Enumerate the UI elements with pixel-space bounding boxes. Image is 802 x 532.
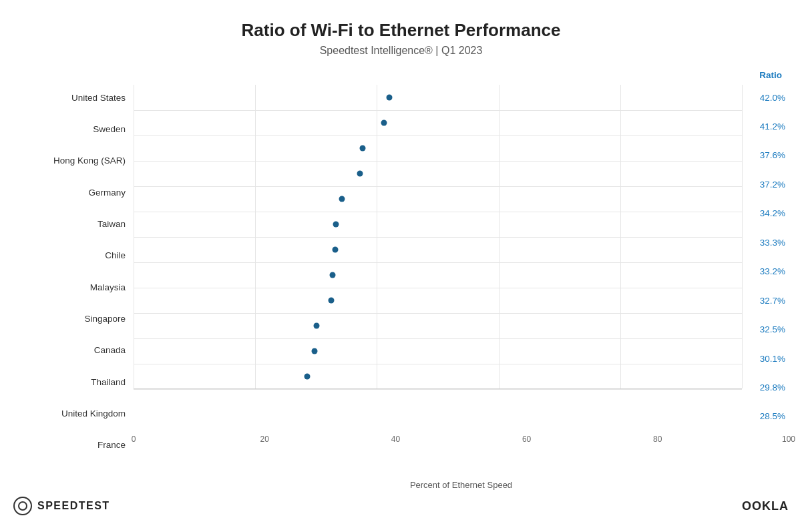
- x-tick: 80: [653, 435, 662, 444]
- grid-line: [134, 85, 134, 388]
- ratio-value: 42.0%: [742, 85, 789, 110]
- ookla-label: OOKLA: [742, 499, 789, 513]
- grid-line: [499, 85, 499, 388]
- row-separator: [134, 110, 742, 111]
- speedtest-logo: SPEEDTEST: [13, 497, 110, 515]
- data-dot: [304, 374, 310, 380]
- y-label: Chile: [13, 243, 134, 268]
- row-separator: [134, 161, 742, 162]
- grid-line: [255, 85, 256, 388]
- row-separator: [134, 364, 742, 364]
- ratio-value: 33.3%: [742, 230, 789, 255]
- data-dot: [329, 272, 335, 278]
- y-label: Singapore: [13, 306, 134, 332]
- data-dot: [357, 171, 363, 177]
- row-separator: [134, 313, 742, 314]
- ratio-values: 42.0%41.2%37.6%37.2%34.2%33.3%33.2%32.7%…: [742, 85, 789, 429]
- x-axis-container: 020406080100: [134, 429, 789, 461]
- row-separator: [134, 288, 742, 288]
- ratio-value: 28.5%: [742, 404, 789, 429]
- y-label: Malaysia: [13, 274, 134, 300]
- row-separator: [134, 237, 742, 238]
- row-separator: [134, 338, 742, 339]
- x-tick: 0: [132, 435, 136, 444]
- data-dot: [333, 247, 339, 253]
- chart-title: Ratio of Wi-Fi to Ethernet Performance: [13, 20, 789, 41]
- ratio-value: 37.6%: [742, 143, 789, 168]
- ratio-value: 32.5%: [742, 317, 789, 342]
- speedtest-circle-icon: [13, 497, 32, 515]
- data-dot: [333, 222, 339, 228]
- ratio-value: 33.2%: [742, 259, 789, 284]
- x-axis-label: Percent of Ethernet Speed: [134, 480, 789, 490]
- row-separator: [134, 212, 742, 212]
- x-tick: 20: [260, 435, 269, 444]
- row-separator: [134, 136, 742, 136]
- y-label: France: [13, 433, 134, 458]
- ratio-value: 37.2%: [742, 172, 789, 197]
- y-label: United States: [13, 85, 134, 110]
- ratio-value: 32.7%: [742, 288, 789, 313]
- data-dot: [339, 196, 345, 202]
- y-labels: United StatesSwedenHong Kong (SAR)German…: [13, 70, 134, 490]
- chart-container: Ratio of Wi-Fi to Ethernet Performance S…: [0, 0, 802, 532]
- data-dot: [359, 146, 365, 152]
- data-dot: [386, 95, 392, 101]
- x-tick: 40: [391, 435, 400, 444]
- chart-subtitle: Speedtest Intelligence® | Q1 2023: [13, 45, 789, 57]
- row-separator: [134, 186, 742, 187]
- chart-body: United StatesSwedenHong Kong (SAR)German…: [13, 70, 789, 490]
- ratio-header: Ratio: [134, 70, 789, 85]
- y-label: Thailand: [13, 369, 134, 394]
- y-label: Sweden: [13, 116, 134, 142]
- ratio-value: 30.1%: [742, 346, 789, 371]
- grid-line: [377, 85, 377, 388]
- speedtest-label: SPEEDTEST: [37, 500, 110, 512]
- data-dot: [381, 120, 387, 126]
- ratio-value: 41.2%: [742, 113, 789, 139]
- data-dot: [312, 348, 318, 354]
- grid-line: [742, 85, 743, 388]
- footer: SPEEDTEST OOKLA: [13, 490, 789, 519]
- y-label: Canada: [13, 338, 134, 363]
- plot-and-ratios: 42.0%41.2%37.6%37.2%34.2%33.3%33.2%32.7%…: [134, 85, 789, 429]
- y-label: Germany: [13, 180, 134, 205]
- data-dot: [329, 298, 335, 304]
- y-label: Hong Kong (SAR): [13, 148, 134, 174]
- x-tick: 60: [522, 435, 531, 444]
- ratio-value: 34.2%: [742, 201, 789, 226]
- row-separator: [134, 262, 742, 263]
- grid-line: [620, 85, 621, 388]
- y-label: United Kingdom: [13, 401, 134, 427]
- ratio-value: 29.8%: [742, 375, 789, 401]
- data-dot: [314, 323, 320, 329]
- plot-area: [134, 85, 742, 389]
- plot-area-wrapper: Ratio 42.0%41.2%37.6%37.2%34.2%33.3%33.2…: [134, 70, 789, 490]
- row-separator: [134, 389, 742, 390]
- y-label: Taiwan: [13, 211, 134, 236]
- x-tick: 100: [782, 435, 795, 444]
